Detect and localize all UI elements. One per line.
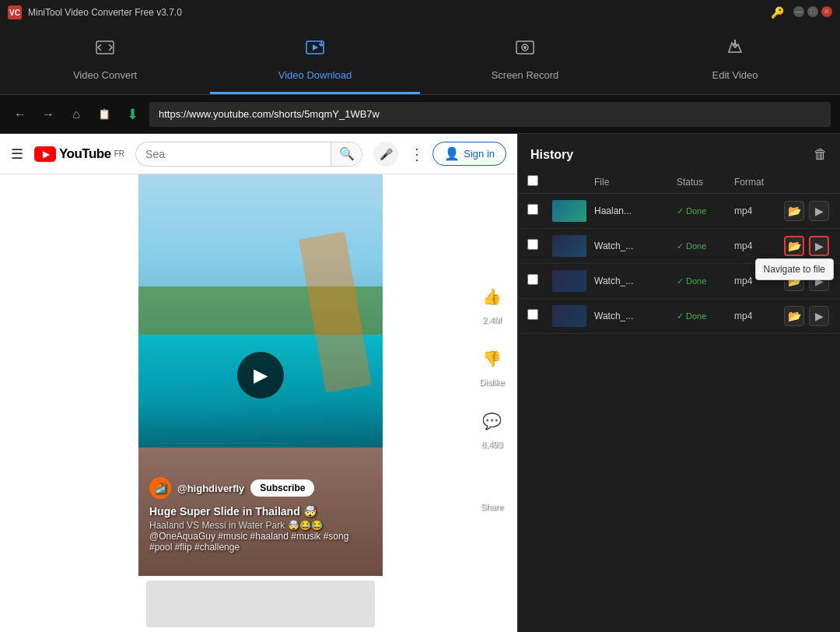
row2-play-button[interactable]: ▶ <box>809 236 829 256</box>
row4-status: ✓ Done <box>677 311 731 321</box>
yt-logo[interactable]: YouTube FR <box>34 146 124 162</box>
row2-navigate-button[interactable]: 📂 <box>784 236 804 256</box>
like-count: 2.4M <box>482 315 501 325</box>
tab-edit-video-label: Edit Video <box>712 69 758 81</box>
video-channel-name: @highdiverfly <box>177 483 244 494</box>
svg-marker-2 <box>313 44 318 51</box>
row2-checkbox[interactable] <box>527 239 538 250</box>
row2-thumb-img <box>552 235 586 257</box>
video-overlay-info: 🏄 @highdiverfly Subscribe Huge Super Sli… <box>149 477 372 553</box>
more-vert-icon: ⋮ <box>477 530 508 561</box>
row1-thumb <box>552 200 586 222</box>
subscribe-button[interactable]: Subscribe <box>250 479 314 497</box>
window-controls: 🔑 — □ ✕ <box>771 6 832 19</box>
comment-icon: 💬 <box>477 406 508 437</box>
row3-checkbox[interactable] <box>527 274 538 285</box>
row1-status: ✓ Done <box>677 206 731 216</box>
video-hashtags: @OneAquaGuy #music #haaland #musik #song… <box>149 531 372 553</box>
yt-more-button[interactable]: ⋮ <box>409 145 425 163</box>
yt-search-button[interactable]: 🔍 <box>331 142 362 167</box>
tab-video-convert[interactable]: Video Convert <box>0 25 210 94</box>
nav-tabs: Video Convert Video Download Screen Reco… <box>0 25 840 95</box>
tab-edit-video[interactable]: Edit Video <box>630 25 840 94</box>
more-action[interactable]: ⋮ <box>477 530 508 561</box>
row1-checkbox[interactable] <box>527 204 538 215</box>
video-play-button[interactable]: ▶ <box>237 352 284 399</box>
history-row: Watch_... ✓ Done mp4 📂 ▶ <box>518 299 840 334</box>
row1-checkbox-cell <box>527 204 549 218</box>
row4-checkbox[interactable] <box>527 309 538 320</box>
tab-video-download[interactable]: Video Download <box>210 25 420 94</box>
row1-filename: Haalan... <box>594 205 674 216</box>
select-all-checkbox[interactable] <box>527 175 538 186</box>
row2-status: ✓ Done <box>677 241 731 251</box>
col-file-header: File <box>594 177 674 188</box>
row3-thumb <box>552 270 586 292</box>
video-thumbnail[interactable]: ▶ 🏄 @highdiverfly Subscribe Huge Super S… <box>138 174 383 576</box>
edit-video-icon <box>724 37 746 63</box>
share-icon: ↗ <box>477 468 508 499</box>
share-action[interactable]: ↗ Share <box>477 468 508 511</box>
next-video-thumb <box>146 581 375 627</box>
comment-action[interactable]: 💬 8,493 <box>477 406 508 449</box>
close-button[interactable]: ✕ <box>821 6 832 17</box>
back-button[interactable]: ← <box>9 104 31 125</box>
download-button[interactable]: ⬇ <box>121 104 143 125</box>
svg-point-6 <box>523 46 527 49</box>
title-bar-left: VC MiniTool Video Converter Free v3.7.0 <box>8 5 182 19</box>
history-row: Watch_... ✓ Done mp4 📂 ▶ Navigate to fil… <box>518 229 840 264</box>
screen-record-icon <box>514 37 536 63</box>
row3-checkbox-cell <box>527 274 549 288</box>
maximize-button[interactable]: □ <box>807 6 818 17</box>
url-bar-area: ← → ⌂ 📋 ⬇ <box>0 95 840 134</box>
row4-filename: Watch_... <box>594 311 674 321</box>
app-logo: VC <box>8 5 22 19</box>
row1-play-button[interactable]: ▶ <box>809 201 829 221</box>
history-table-header: File Status Format <box>518 170 840 194</box>
video-convert-icon <box>94 37 116 63</box>
video-download-icon <box>304 37 326 63</box>
row3-status: ✓ Done <box>677 276 731 286</box>
col-checkbox <box>527 175 549 188</box>
key-icon: 🔑 <box>771 6 784 19</box>
yt-signin-button[interactable]: 👤 Sign in <box>432 142 506 166</box>
row2-checkbox-cell <box>527 239 549 253</box>
tab-screen-record[interactable]: Screen Record <box>420 25 630 94</box>
yt-logo-text: YouTube <box>59 146 111 162</box>
video-spacer-left <box>0 174 138 632</box>
video-sidebar: 👍 2.4M 👎 Dislike 💬 8,493 ↗ Share ⋮ <box>467 215 517 627</box>
row4-play-button[interactable]: ▶ <box>809 306 829 326</box>
dislike-icon: 👎 <box>477 343 508 374</box>
svg-rect-0 <box>96 41 114 54</box>
row2-filename: Watch_... <box>594 241 674 251</box>
history-pane: History 🗑 File Status Format <box>517 134 840 632</box>
row4-navigate-button[interactable]: 📂 <box>784 306 804 326</box>
dislike-action[interactable]: 👎 Dislike <box>477 343 508 387</box>
navigate-to-file-tooltip: Navigate to file <box>755 258 834 280</box>
row4-format: mp4 <box>734 311 781 321</box>
row3-thumb-img <box>552 270 586 292</box>
video-channel: 🏄 @highdiverfly Subscribe <box>149 477 372 499</box>
url-input[interactable] <box>149 102 831 127</box>
comment-count: 8,493 <box>481 440 503 449</box>
history-header: History 🗑 <box>518 134 840 170</box>
video-description: Haaland VS Messi in Water Park 🤯😂😂 <box>149 520 372 531</box>
row1-thumb-img <box>552 200 586 222</box>
yt-logo-sup: FR <box>114 149 124 158</box>
clipboard-button[interactable]: 📋 <box>93 104 115 125</box>
row1-navigate-button[interactable]: 📂 <box>784 201 804 221</box>
row4-thumb <box>552 305 586 327</box>
yt-logo-icon <box>34 146 56 162</box>
row2-format: mp4 <box>734 241 781 251</box>
title-bar: VC MiniTool Video Converter Free v3.7.0 … <box>0 0 840 25</box>
minimize-button[interactable]: — <box>793 6 804 17</box>
forward-button[interactable]: → <box>37 104 59 125</box>
below-video-area <box>138 576 383 632</box>
yt-mic-button[interactable]: 🎤 <box>373 142 398 167</box>
yt-search-input[interactable] <box>136 148 331 160</box>
home-button[interactable]: ⌂ <box>65 104 87 125</box>
main-area: ☰ YouTube FR 🔍 🎤 ⋮ 👤 Sign in <box>0 134 840 632</box>
history-delete-button[interactable]: 🗑 <box>814 146 828 163</box>
yt-menu-icon[interactable]: ☰ <box>11 146 23 163</box>
like-action[interactable]: 👍 2.4M <box>477 281 508 325</box>
